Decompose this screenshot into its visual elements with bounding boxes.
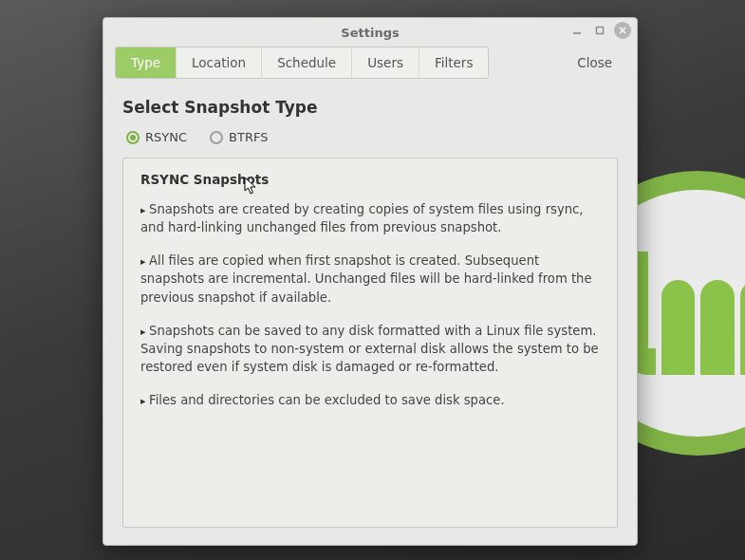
tab-type[interactable]: Type <box>116 47 177 78</box>
section-title: Select Snapshot Type <box>122 98 618 117</box>
close-button[interactable]: Close <box>564 47 625 79</box>
close-button-label: Close <box>577 55 612 70</box>
content-area: Select Snapshot Type RSYNC BTRFS RSYNC S… <box>103 84 637 545</box>
radio-dot-icon <box>210 131 223 144</box>
info-point: Snapshots can be saved to any disk forma… <box>140 322 600 376</box>
svg-rect-1 <box>597 28 604 34</box>
tab-label: Users <box>367 55 403 70</box>
radio-dot-icon <box>126 131 140 144</box>
radio-row: RSYNC BTRFS <box>122 130 618 144</box>
tab-location[interactable]: Location <box>177 47 262 78</box>
desktop-background: Settings Type Location Schedule Users Fi… <box>0 0 745 560</box>
tab-schedule[interactable]: Schedule <box>262 47 352 78</box>
tab-label: Schedule <box>277 55 336 70</box>
maximize-button[interactable] <box>591 22 608 39</box>
radio-label: BTRFS <box>229 130 268 144</box>
radio-rsync[interactable]: RSYNC <box>126 130 187 144</box>
info-point: All files are copied when first snapshot… <box>140 252 600 306</box>
settings-window: Settings Type Location Schedule Users Fi… <box>102 17 638 546</box>
tab-label: Filters <box>435 55 473 70</box>
radio-label: RSYNC <box>145 130 187 144</box>
info-point: Snapshots are created by creating copies… <box>140 200 600 236</box>
radio-btrfs[interactable]: BTRFS <box>210 130 268 144</box>
tab-users[interactable]: Users <box>352 47 419 78</box>
minimize-button[interactable] <box>568 22 586 39</box>
tab-group: Type Location Schedule Users Filters <box>115 47 489 79</box>
info-point: Files and directories can be excluded to… <box>140 391 600 409</box>
tab-label: Type <box>131 55 160 70</box>
tab-filters[interactable]: Filters <box>419 47 488 78</box>
tab-label: Location <box>192 55 246 70</box>
window-title: Settings <box>341 26 399 40</box>
info-body: Snapshots are created by creating copies… <box>140 200 600 409</box>
info-box: RSYNC Snapshots Snapshots are created by… <box>122 158 618 528</box>
titlebar[interactable]: Settings <box>103 18 637 47</box>
toolbar: Type Location Schedule Users Filters Clo… <box>103 47 637 84</box>
window-close-button[interactable] <box>614 22 631 39</box>
info-title: RSYNC Snapshots <box>140 172 600 187</box>
